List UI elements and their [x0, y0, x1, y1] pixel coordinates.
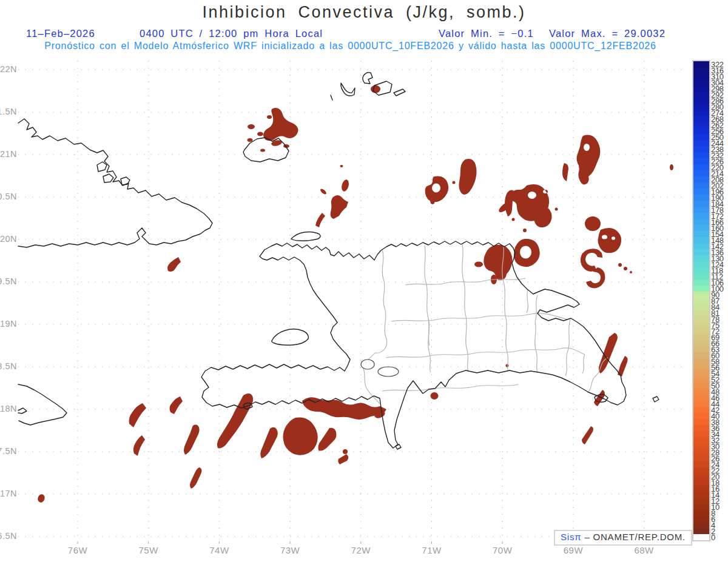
lon-label: 72W: [346, 545, 376, 555]
colorbar: [692, 60, 710, 541]
colorbar-box: [693, 419, 709, 425]
colorbar-box: [693, 486, 709, 492]
colorbar-box: [693, 310, 709, 316]
colorbar-box: [693, 104, 709, 110]
caicos-islands: [331, 73, 405, 100]
colorbar-box: [693, 273, 709, 279]
colorbar-box: [693, 522, 709, 528]
colorbar-box: [693, 443, 709, 449]
lon-label: 74W: [204, 545, 234, 555]
colorbar-box: [693, 261, 709, 267]
colorbar-box: [693, 134, 709, 140]
colorbar-box: [693, 152, 709, 158]
lon-label: 68W: [629, 545, 659, 555]
colorbar-box: [693, 195, 709, 201]
colorbar-box: [693, 231, 709, 237]
jamaica-coastline: [18, 384, 67, 425]
colorbar-box: [693, 504, 709, 510]
colorbar-box: [693, 340, 709, 346]
colorbar-box: [693, 322, 709, 328]
lon-label: 73W: [275, 545, 305, 555]
gonave-island: [272, 329, 309, 345]
colorbar-box: [693, 182, 709, 189]
colorbar-box: [693, 267, 709, 273]
colorbar-box: [693, 498, 709, 504]
colorbar-box: [693, 249, 709, 255]
colorbar-box: [693, 79, 709, 85]
colorbar-box: [693, 286, 709, 292]
colorbar-box: [693, 98, 709, 104]
colorbar-box: [693, 455, 709, 461]
colorbar-box: [693, 492, 709, 498]
colorbar-box: [693, 176, 709, 182]
grid-lines: [18, 61, 684, 541]
colorbar-box: [693, 92, 709, 98]
colorbar-box: [693, 316, 709, 322]
colorbar-box: [693, 346, 709, 352]
lat-label: 1.5N: [0, 107, 17, 116]
cin-regions: [36, 85, 673, 504]
colorbar-box: [693, 431, 709, 437]
colorbar-box: [693, 255, 709, 261]
colorbar-box: [693, 328, 709, 334]
colorbar-box: [693, 201, 709, 207]
lat-label: 20N: [0, 234, 17, 244]
colorbar-box: [693, 370, 709, 376]
colorbar-box: [693, 213, 709, 219]
colorbar-box: [693, 128, 709, 134]
colorbar-box: [693, 164, 709, 170]
colorbar-box: [693, 401, 709, 407]
colorbar-box: [693, 449, 709, 455]
colorbar-box: [693, 61, 709, 67]
colorbar-box: [693, 243, 709, 249]
hispaniola-coastline: [201, 241, 626, 448]
org-label: – ONAMET/REP.DOM.: [584, 532, 686, 542]
colorbar-box: [693, 189, 709, 195]
lon-label: 70W: [487, 545, 517, 555]
credit-box: Sisπ– ONAMET/REP.DOM.: [554, 530, 692, 546]
colorbar-box: [693, 467, 709, 473]
brand-label: Sisπ: [561, 532, 581, 542]
lat-label: 22N: [0, 64, 17, 74]
colorbar-box: [693, 67, 709, 73]
lat-label: 19N: [0, 319, 17, 329]
colorbar-box: [693, 383, 709, 389]
lon-label: 71W: [417, 545, 447, 555]
colorbar-box: [693, 528, 709, 534]
lon-label: 75W: [133, 545, 164, 555]
lakes: [361, 360, 399, 376]
colorbar-box: [693, 279, 709, 286]
lat-label: 21N: [0, 149, 17, 159]
colorbar-box: [693, 73, 709, 79]
colorbar-box: [693, 225, 709, 231]
province-borders: [363, 244, 608, 404]
colorbar-box: [693, 207, 709, 213]
colorbar-box: [693, 122, 709, 128]
lat-label: 6.5N: [0, 531, 17, 541]
lon-label: 69W: [558, 545, 588, 555]
colorbar-box: [693, 407, 709, 413]
colorbar-box: [693, 480, 709, 486]
lat-label: 8.5N: [0, 361, 17, 371]
colorbar-box: [693, 358, 709, 364]
colorbar-box: [693, 140, 709, 146]
colorbar-label: 0: [711, 534, 715, 541]
mona-island: [653, 396, 659, 402]
colorbar-box: [693, 364, 709, 370]
colorbar-box: [693, 298, 709, 304]
colorbar-box: [693, 437, 709, 443]
colorbar-box: [693, 395, 709, 401]
colorbar-box: [693, 473, 709, 480]
colorbar-box: [693, 425, 709, 431]
colorbar-box: [693, 146, 709, 152]
lat-label: 18N: [0, 404, 17, 413]
map-canvas: [0, 0, 728, 562]
colorbar-box: [693, 334, 709, 340]
colorbar-box: [693, 292, 709, 298]
colorbar-box: [693, 158, 709, 164]
colorbar-box: [693, 413, 709, 419]
lat-label: 7.5N: [0, 446, 17, 456]
colorbar-box: [693, 510, 709, 516]
colorbar-box: [693, 389, 709, 395]
colorbar-box: [693, 304, 709, 310]
